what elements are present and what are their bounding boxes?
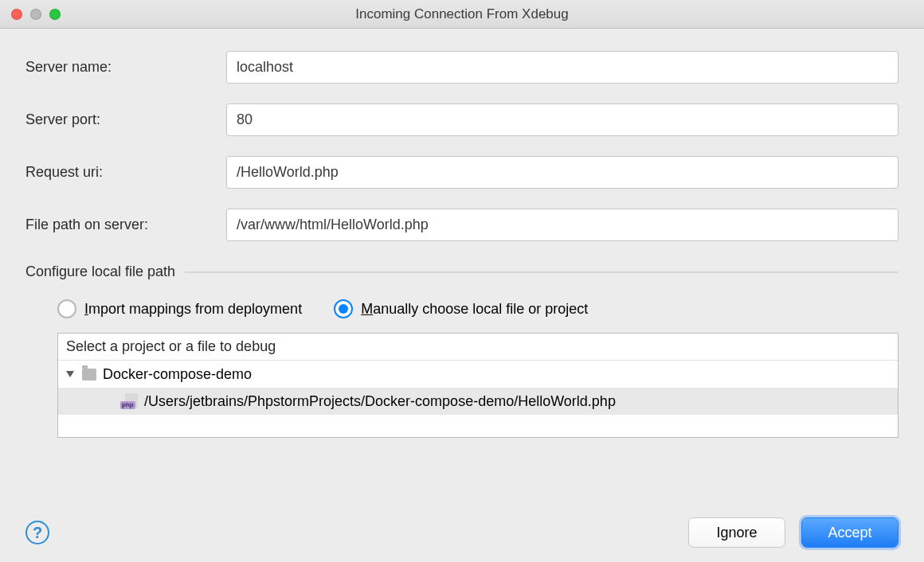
radio-icon-selected — [334, 299, 353, 318]
server-name-field[interactable]: localhost — [226, 51, 899, 84]
dialog-content: Server name: localhost Server port: 80 R… — [0, 29, 924, 449]
close-window-icon[interactable] — [11, 9, 22, 20]
manually-choose-label: Manually choose local file or project — [361, 301, 588, 318]
file-path-label: /Users/jetbrains/PhpstormProjects/Docker… — [144, 393, 616, 410]
radio-dot-icon — [339, 304, 348, 314]
file-tree-row[interactable]: php /Users/jetbrains/PhpstormProjects/Do… — [58, 388, 898, 415]
server-port-label: Server port: — [25, 111, 226, 128]
file-path-label: File path on server: — [25, 217, 226, 233]
configure-section-header: Configure local file path — [25, 263, 899, 280]
window-title: Incoming Connection From Xdebug — [355, 6, 568, 22]
file-path-field[interactable]: /var/www/html/HelloWorld.php — [226, 209, 899, 241]
titlebar: Incoming Connection From Xdebug — [0, 0, 924, 29]
traffic-lights — [11, 9, 61, 20]
help-icon[interactable]: ? — [25, 521, 49, 544]
import-mappings-radio[interactable]: Import mappings from deployment — [57, 299, 302, 318]
project-tree-row[interactable]: Docker-compose-demo — [58, 361, 898, 388]
maximize-window-icon[interactable] — [49, 9, 61, 20]
chevron-down-icon[interactable] — [66, 371, 74, 377]
request-uri-row: Request uri: /HelloWorld.php — [25, 156, 899, 189]
file-tree-header: Select a project or a file to debug — [58, 334, 898, 361]
dialog-footer: ? Ignore Accept — [25, 517, 899, 548]
configure-section-title: Configure local file path — [25, 263, 175, 280]
project-name-label: Docker-compose-demo — [103, 366, 252, 383]
server-name-label: Server name: — [25, 59, 226, 76]
import-mappings-label: Import mappings from deployment — [84, 301, 302, 318]
php-file-icon: php — [120, 393, 138, 409]
request-uri-label: Request uri: — [25, 164, 226, 181]
server-port-row: Server port: 80 — [25, 103, 899, 136]
ignore-button[interactable]: Ignore — [688, 517, 785, 548]
section-divider — [185, 271, 899, 273]
footer-buttons: Ignore Accept — [688, 517, 899, 548]
radio-group: Import mappings from deployment Manually… — [25, 299, 899, 318]
server-name-row: Server name: localhost — [25, 51, 899, 84]
folder-icon — [82, 369, 96, 381]
accept-button[interactable]: Accept — [801, 517, 899, 548]
request-uri-field[interactable]: /HelloWorld.php — [226, 156, 899, 189]
server-port-field[interactable]: 80 — [226, 103, 899, 136]
file-tree[interactable]: Select a project or a file to debug Dock… — [57, 333, 899, 438]
file-path-row: File path on server: /var/www/html/Hello… — [25, 209, 899, 241]
radio-icon — [57, 299, 76, 318]
minimize-window-icon — [30, 9, 41, 20]
manually-choose-radio[interactable]: Manually choose local file or project — [334, 299, 588, 318]
